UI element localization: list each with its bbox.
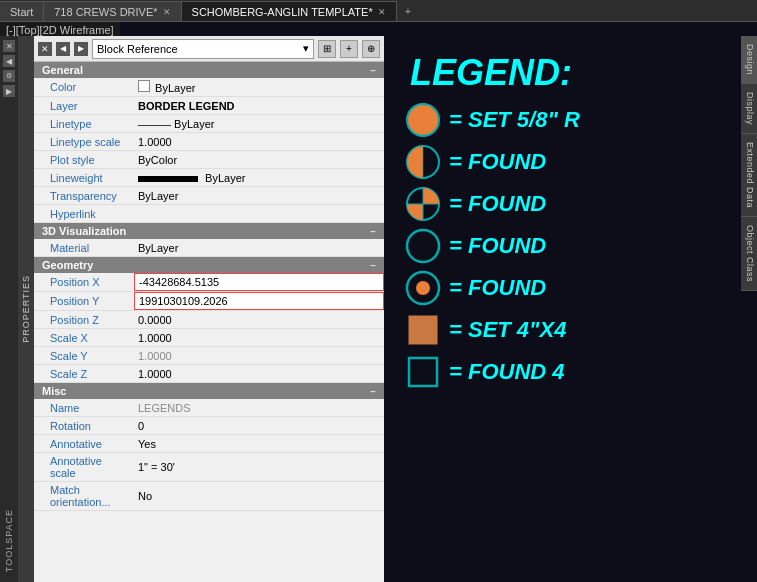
tab-schomberg[interactable]: SCHOMBERG-ANGLIN TEMPLATE* ✕ — [182, 1, 397, 21]
prop-value-rotation[interactable]: 0 — [134, 418, 384, 434]
legend-row-5: = FOUND — [400, 270, 757, 306]
tab-crews[interactable]: 718 CREWS DRIVE* ✕ — [44, 1, 181, 21]
section-geometry-label: Geometry — [42, 259, 93, 271]
prop-value-match-orientation[interactable]: No — [134, 488, 384, 504]
properties-nav-next[interactable]: ▶ — [74, 42, 88, 56]
tool-nav2[interactable]: ⚙ — [3, 70, 15, 82]
prop-label-layer: Layer — [34, 98, 134, 114]
legend-row-4: = FOUND — [400, 228, 757, 264]
section-misc-collapse: − — [370, 386, 376, 397]
prop-row-pos-z: Position Z 0.0000 — [34, 311, 384, 329]
section-misc-label: Misc — [42, 385, 66, 397]
tab-start[interactable]: Start — [0, 1, 44, 21]
prop-value-annot-scale[interactable]: 1" = 30' — [134, 459, 384, 475]
prop-value-scale-y[interactable]: 1.0000 — [134, 348, 384, 364]
prop-row-transparency: Transparency ByLayer — [34, 187, 384, 205]
prop-label-scale-x: Scale X — [34, 330, 134, 346]
legend-title: LEGEND: — [410, 52, 757, 94]
prop-value-layer[interactable]: BORDER LEGEND — [134, 98, 384, 114]
prop-row-scale-y: Scale Y 1.0000 — [34, 347, 384, 365]
prop-row-rotation: Rotation 0 — [34, 417, 384, 435]
prop-label-plot-style: Plot style — [34, 152, 134, 168]
dropdown-arrow: ▾ — [303, 42, 309, 55]
tool-close[interactable]: ✕ — [3, 40, 15, 52]
prop-row-match-orientation: Match orientation... No — [34, 482, 384, 511]
legend-icon-empty-circle — [405, 228, 441, 264]
prop-value-annotative[interactable]: Yes — [134, 436, 384, 452]
prop-value-linetype-scale[interactable]: 1.0000 — [134, 134, 384, 150]
prop-label-linetype: Linetype — [34, 116, 134, 132]
prop-value-linetype[interactable]: ——— ByLayer — [134, 116, 384, 132]
side-tab-display[interactable]: Display — [741, 84, 757, 134]
prop-value-lineweight[interactable]: ByLayer — [134, 170, 384, 186]
tool-nav1[interactable]: ◀ — [3, 55, 15, 67]
legend-text-6: = SET 4"X4 — [449, 317, 566, 343]
properties-content[interactable]: General − Color ByLayer Layer BORDER LEG… — [34, 62, 384, 582]
prop-label-transparency: Transparency — [34, 188, 134, 204]
prop-value-name[interactable]: LEGENDS — [134, 400, 384, 416]
prop-row-pos-y: Position Y 1991030109.2026 — [34, 292, 384, 311]
legend-icon-empty-square — [405, 354, 441, 390]
tab-schomberg-close[interactable]: ✕ — [378, 7, 386, 17]
prop-value-scale-x[interactable]: 1.0000 — [134, 330, 384, 346]
prop-label-linetype-scale: Linetype scale — [34, 134, 134, 150]
side-tab-design[interactable]: Design — [741, 36, 757, 84]
prop-row-pos-x: Position X -43428684.5135 — [34, 273, 384, 292]
properties-nav-prev[interactable]: ◀ — [56, 42, 70, 56]
legend-row-3: = FOUND — [400, 186, 757, 222]
tab-add-button[interactable]: + — [397, 1, 419, 21]
prop-value-material[interactable]: ByLayer — [134, 240, 384, 256]
lineweight-bar — [138, 176, 198, 182]
section-3d[interactable]: 3D Visualization − — [34, 223, 384, 239]
prop-row-plot-style: Plot style ByColor — [34, 151, 384, 169]
prop-value-pos-y[interactable]: 1991030109.2026 — [134, 292, 384, 310]
properties-header: ✕ ◀ ▶ Block Reference ▾ ⊞ + ⊕ — [34, 36, 384, 62]
section-3d-label: 3D Visualization — [42, 225, 126, 237]
properties-side-label: PROPERTIES — [21, 275, 31, 343]
properties-close-button[interactable]: ✕ — [38, 42, 52, 56]
legend-text-1: = SET 5/8" R — [449, 107, 580, 133]
legend-text-5: = FOUND — [449, 275, 546, 301]
prop-value-pos-x[interactable]: -43428684.5135 — [134, 273, 384, 291]
prop-value-transparency[interactable]: ByLayer — [134, 188, 384, 204]
side-tab-extended-data[interactable]: Extended Data — [741, 134, 757, 217]
prop-label-scale-z: Scale Z — [34, 366, 134, 382]
prop-value-hyperlink[interactable] — [134, 212, 384, 216]
prop-label-match-orientation: Match orientation... — [34, 482, 134, 510]
prop-value-pos-z[interactable]: 0.0000 — [134, 312, 384, 328]
side-tabs: Design Display Extended Data Object Clas… — [741, 36, 757, 291]
prop-row-material: Material ByLayer — [34, 239, 384, 257]
tab-schomberg-label: SCHOMBERG-ANGLIN TEMPLATE* — [192, 6, 373, 18]
prop-row-name: Name LEGENDS — [34, 399, 384, 417]
prop-label-name: Name — [34, 400, 134, 416]
section-geometry-collapse: − — [370, 260, 376, 271]
prop-icon-select[interactable]: ⊞ — [318, 40, 336, 58]
prop-value-scale-z[interactable]: 1.0000 — [134, 366, 384, 382]
section-geometry[interactable]: Geometry − — [34, 257, 384, 273]
section-general-collapse: − — [370, 65, 376, 76]
legend-text-3: = FOUND — [449, 191, 546, 217]
section-misc[interactable]: Misc − — [34, 383, 384, 399]
side-tab-object-class[interactable]: Object Class — [741, 217, 757, 291]
prop-value-color[interactable]: ByLayer — [134, 78, 384, 96]
legend-row-2: = FOUND — [400, 144, 757, 180]
section-3d-collapse: − — [370, 226, 376, 237]
prop-label-rotation: Rotation — [34, 418, 134, 434]
prop-icon-extra[interactable]: ⊕ — [362, 40, 380, 58]
legend-icon-dot-circle — [405, 270, 441, 306]
prop-icon-plus[interactable]: + — [340, 40, 358, 58]
section-general[interactable]: General − — [34, 62, 384, 78]
prop-row-color: Color ByLayer — [34, 78, 384, 97]
block-reference-dropdown[interactable]: Block Reference ▾ — [92, 39, 314, 59]
svg-point-0 — [407, 104, 439, 136]
legend-row-1: = SET 5/8" R — [400, 102, 757, 138]
prop-value-plot-style[interactable]: ByColor — [134, 152, 384, 168]
prop-row-annot-scale: Annotative scale 1" = 30' — [34, 453, 384, 482]
tool-nav3[interactable]: ▶ — [3, 85, 15, 97]
prop-row-hyperlink: Hyperlink — [34, 205, 384, 223]
legend-row-7: = FOUND 4 — [400, 354, 757, 390]
tab-crews-close[interactable]: ✕ — [163, 7, 171, 17]
legend-icon-half-circle — [405, 144, 441, 180]
prop-label-pos-z: Position Z — [34, 312, 134, 328]
block-reference-label: Block Reference — [97, 43, 178, 55]
